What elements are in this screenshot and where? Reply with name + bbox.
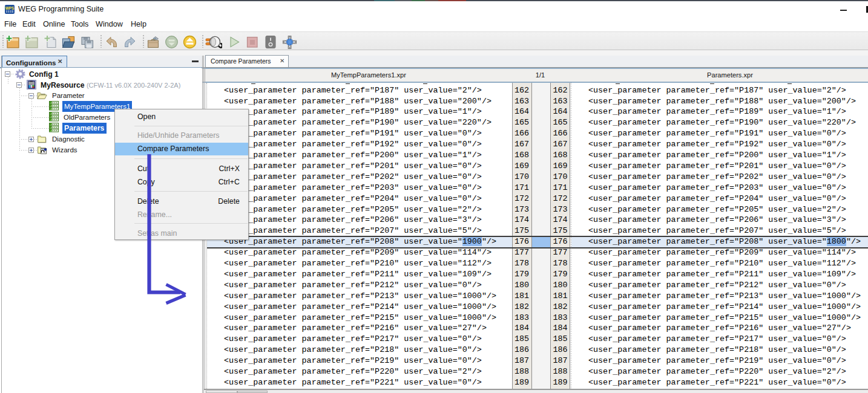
svg-text:WPS: WPS — [5, 6, 15, 10]
